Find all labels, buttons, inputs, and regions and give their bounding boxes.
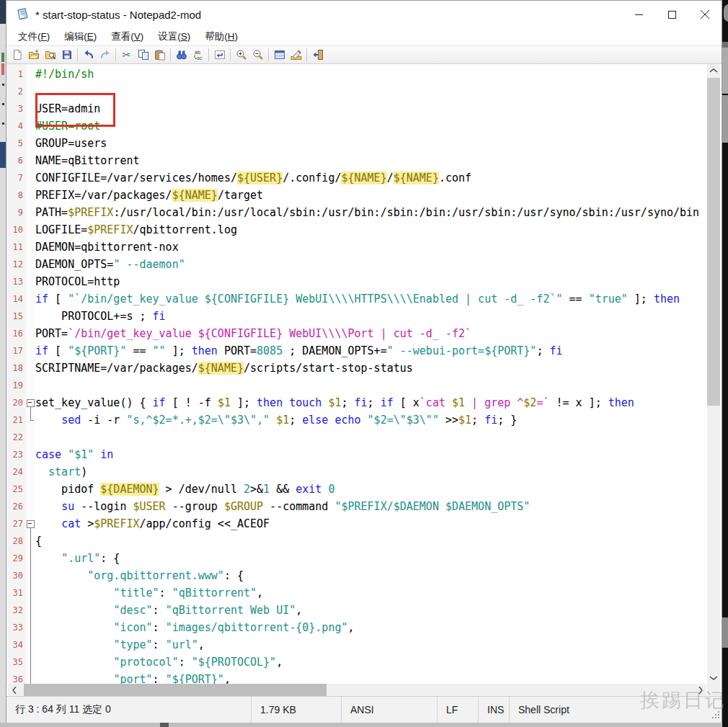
code-line[interactable]: GROUP=users [35, 135, 722, 152]
undo-button[interactable] [80, 47, 97, 63]
code-line[interactable]: "protocol": "${PROTOCOL}", [35, 654, 722, 671]
code-line[interactable]: "desc": "qBittorrent Web UI", [35, 602, 722, 619]
horizontal-scroll-thumb[interactable] [24, 684, 327, 696]
code-line[interactable] [35, 377, 722, 394]
new-file-button[interactable] [9, 47, 25, 63]
fold-margin-cell [26, 238, 35, 256]
fold-margin-cell [26, 83, 35, 100]
toolbar-separator [306, 48, 307, 61]
scroll-up-arrow[interactable] [707, 64, 720, 76]
status-encoding[interactable]: ANSI [342, 697, 438, 723]
code-line[interactable]: "title": "qBittorrent", [35, 584, 722, 602]
code-line[interactable]: sed -i -r "s,^$2=*.+,$2=\"$3\"," $1; els… [35, 411, 722, 429]
fold-marker [26, 532, 35, 550]
code-line[interactable]: "port": "${PORT}", [35, 671, 722, 684]
maximize-button[interactable] [655, 1, 688, 28]
fold-margin-cell [26, 429, 35, 446]
cut-button[interactable]: ✂ [118, 47, 135, 63]
fold-marker[interactable] [26, 515, 35, 532]
code-line[interactable]: LOGFILE=$PREFIX/qbittorrent.log [35, 221, 722, 238]
code-line[interactable]: #USER=root [35, 117, 722, 135]
fold-marker[interactable] [26, 394, 35, 411]
fold-margin-cell [26, 152, 35, 169]
code-line[interactable]: "icon": "images/qbittorrent-{0}.png", [35, 619, 722, 636]
code-line[interactable]: USER=admin [35, 100, 722, 117]
find-button[interactable] [173, 47, 190, 63]
line-number: 30 [6, 567, 23, 584]
vertical-scrollbar[interactable] [707, 64, 720, 684]
code-line[interactable]: { [35, 532, 722, 550]
code-line[interactable]: PATH=$PREFIX:/usr/local/bin:/usr/local/s… [35, 204, 722, 221]
open-file-button[interactable] [25, 47, 42, 63]
menu-item-f[interactable]: 文件(F) [11, 29, 57, 45]
code-line[interactable]: SCRIPTNAME=/var/packages/${NAME}/scripts… [35, 360, 722, 377]
code-line[interactable]: PROTOCOL=http [35, 273, 722, 290]
copy-button[interactable] [135, 47, 151, 63]
desktop-edge-bottom-bar [160, 723, 169, 727]
status-cursor-position[interactable]: 行 3 : 64 列 11 选定 0 [6, 697, 252, 723]
status-eol-mode[interactable]: LF [438, 697, 479, 723]
menu-item-s[interactable]: 设置(S) [151, 29, 197, 45]
fold-marker [26, 636, 35, 654]
code-line[interactable]: DAEMON=qbittorrent-nox [35, 238, 722, 256]
svg-text:ab: ab [195, 50, 200, 55]
exit-button[interactable] [309, 47, 326, 63]
status-file-size[interactable]: 1.79 KB [252, 697, 342, 723]
fold-margin-cell [26, 481, 35, 498]
menu-item-v[interactable]: 查看(V) [104, 29, 151, 45]
toolbar-separator [230, 48, 231, 61]
scheme-button[interactable] [271, 47, 288, 63]
fold-marker [26, 567, 35, 584]
line-number: 9 [6, 204, 23, 221]
code-line[interactable]: pidof ${DAEMON} > /dev/null 2>&1 && exit… [35, 481, 722, 498]
code-line[interactable]: start) [35, 463, 722, 481]
line-number: 11 [6, 238, 23, 256]
scroll-left-arrow[interactable] [8, 684, 20, 696]
zoom-in-button[interactable] [233, 47, 249, 63]
code-line[interactable]: set_key_value() { if [ ! -f $1 ]; then t… [35, 394, 722, 411]
fold-margin-cell [26, 66, 35, 83]
desktop-edge-left-blue-block [0, 142, 6, 168]
code-text[interactable]: #!/bin/shUSER=admin#USER=rootGROUP=users… [35, 64, 722, 684]
status-insert-mode[interactable]: INS [479, 697, 510, 723]
code-line[interactable] [35, 429, 722, 446]
save-file-button[interactable] [58, 47, 75, 63]
vertical-scroll-thumb[interactable] [707, 78, 720, 406]
code-line[interactable]: if [ "`/bin/get_key_value ${CONFIGFILE} … [35, 290, 722, 308]
code-line[interactable]: ".url": { [35, 550, 722, 567]
code-line[interactable]: cat >$PREFIX/app/config <<_ACEOF [35, 515, 722, 532]
code-line[interactable]: "type": "url", [35, 636, 722, 654]
code-line[interactable]: PORT=`/bin/get_key_value ${CONFIGFILE} W… [35, 325, 722, 342]
code-line[interactable] [35, 83, 722, 100]
line-number: 6 [6, 152, 23, 169]
paste-button[interactable] [151, 47, 168, 63]
browse-file-button[interactable] [42, 47, 58, 63]
title-bar: * start-stop-status - Notepad2-mod [6, 1, 722, 28]
code-line[interactable]: su --login $USER --group $GROUP --comman… [35, 498, 722, 515]
close-button[interactable] [688, 1, 722, 28]
code-line[interactable]: "org.qbittorrent.www": { [35, 567, 722, 584]
code-line[interactable]: CONFIGFILE=/var/services/homes/${USER}/.… [35, 169, 722, 187]
menu-item-h[interactable]: 帮助(H) [197, 29, 245, 45]
code-line[interactable]: case "$1" in [35, 446, 722, 463]
replace-button[interactable]: abac [190, 47, 206, 63]
redo-button[interactable] [97, 47, 113, 63]
fold-margin-cell [26, 135, 35, 152]
scroll-down-arrow[interactable] [707, 672, 720, 684]
line-number: 8 [6, 187, 23, 204]
editor-area[interactable]: 1234567891011121314151617181920212223242… [6, 64, 722, 684]
horizontal-scrollbar[interactable] [8, 684, 706, 696]
code-line[interactable]: PROTOCOL+=s ; fi [35, 308, 722, 325]
minimize-button[interactable] [622, 1, 655, 28]
code-line[interactable]: DAEMON_OPTS=" --daemon" [35, 256, 722, 273]
zoom-out-button[interactable] [249, 47, 266, 63]
code-line[interactable]: if [ "${PORT}" == "" ]; then PORT=8085 ;… [35, 342, 722, 360]
customize-scheme-button[interactable] [288, 47, 304, 63]
code-line[interactable]: PREFIX=/var/packages/${NAME}/target [35, 187, 722, 204]
line-number: 16 [6, 325, 23, 342]
word-wrap-button[interactable] [211, 47, 228, 63]
menu-item-e[interactable]: 编辑(E) [57, 29, 104, 45]
code-line[interactable]: NAME=qBittorrent [35, 152, 722, 169]
desktop-edge-right-circle [724, 4, 728, 22]
code-line[interactable]: #!/bin/sh [35, 66, 722, 83]
